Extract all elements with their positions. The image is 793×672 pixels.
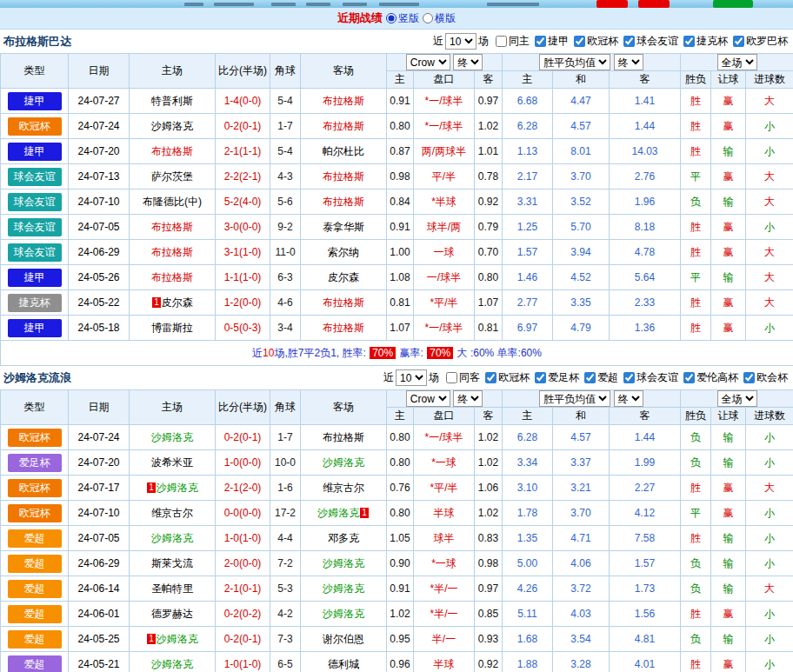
team-name[interactable]: 波希米亚: [151, 456, 193, 469]
score[interactable]: 0-2(0-1): [216, 114, 270, 139]
team-name[interactable]: 布拉格斯: [151, 221, 193, 233]
team-name[interactable]: 沙姆洛克: [157, 482, 198, 494]
score[interactable]: 0-2(0-1): [216, 627, 270, 652]
league-badge[interactable]: 欧冠杯: [8, 479, 62, 497]
team-name[interactable]: 维京古尔: [151, 507, 193, 519]
league-filter-6[interactable]: 欧会杯: [743, 370, 788, 385]
league-badge[interactable]: 球会友谊: [8, 193, 62, 211]
team-name[interactable]: 谢尔伯恩: [323, 633, 364, 645]
league-badge[interactable]: 爱超: [8, 529, 62, 548]
league-filter-4[interactable]: 球会友谊: [623, 370, 678, 385]
team-name[interactable]: 圣帕特里: [151, 582, 193, 595]
score[interactable]: 1-0(1-0): [216, 652, 270, 672]
score[interactable]: 1-0(0-0): [216, 450, 270, 476]
team-name[interactable]: 沙姆洛克: [151, 431, 193, 443]
league-filter-1[interactable]: 捷甲: [535, 34, 569, 49]
league-filter-4[interactable]: 捷克杯: [683, 34, 728, 49]
team-name[interactable]: 邓多克: [328, 532, 359, 544]
team-name[interactable]: 布拉格斯: [323, 120, 364, 132]
league-badge[interactable]: 捷甲: [8, 319, 62, 337]
league-badge[interactable]: 爱足杯: [8, 454, 62, 472]
league-badge[interactable]: 欧冠杯: [8, 429, 62, 447]
league-checkbox[interactable]: [623, 36, 635, 47]
league-badge[interactable]: 爱超: [8, 555, 62, 573]
league-checkbox[interactable]: [743, 372, 755, 383]
fulltime-select[interactable]: 全场: [717, 390, 757, 407]
near-count-select[interactable]: 10: [445, 33, 476, 50]
fulltime-select[interactable]: 全场: [717, 54, 757, 70]
league-filter-2[interactable]: 爱足杯: [535, 370, 579, 385]
team-name[interactable]: 布拉格斯: [323, 170, 364, 183]
score[interactable]: 5-2(4-0): [216, 190, 270, 215]
team-name[interactable]: 沙姆洛克: [151, 532, 193, 544]
league-badge[interactable]: 球会友谊: [8, 243, 62, 262]
team-name[interactable]: 德利城: [328, 658, 359, 670]
score[interactable]: 0-2(0-1): [216, 425, 270, 450]
team-name[interactable]: 沙姆洛克: [323, 608, 364, 620]
score[interactable]: 2-1(0-1): [216, 576, 270, 602]
score[interactable]: 1-1(1-0): [216, 265, 270, 290]
toolbar-red-button[interactable]: [638, 0, 670, 8]
team-name[interactable]: 布拉格斯: [151, 246, 193, 258]
score[interactable]: 3-1(1-0): [216, 240, 270, 265]
horizontal-radio[interactable]: [423, 13, 433, 23]
league-badge[interactable]: 爱超: [8, 655, 62, 672]
same-venue-checkbox[interactable]: [446, 372, 457, 383]
league-checkbox[interactable]: [535, 372, 546, 383]
league-checkbox[interactable]: [623, 372, 635, 383]
team-name[interactable]: 帕尔杜比: [323, 145, 364, 157]
team-name[interactable]: 布拉格斯: [323, 196, 364, 208]
team-name[interactable]: 沙姆洛克: [323, 557, 364, 569]
team-name[interactable]: 博雷斯拉: [151, 322, 193, 334]
team-name[interactable]: 索尔纳: [328, 246, 359, 258]
layout-radio-vertical[interactable]: 竖版: [386, 11, 419, 26]
layout-radio-horizontal[interactable]: 横版: [423, 11, 456, 26]
league-checkbox[interactable]: [535, 36, 546, 47]
team-name[interactable]: 维京古尔: [323, 482, 364, 494]
team-name[interactable]: 沙姆洛克: [151, 120, 193, 132]
team-name[interactable]: 特普利斯: [151, 95, 193, 107]
league-badge[interactable]: 球会友谊: [8, 168, 62, 186]
league-filter-2[interactable]: 欧冠杯: [574, 34, 618, 49]
score[interactable]: 2-1(1-1): [216, 139, 270, 164]
league-badge[interactable]: 欧冠杯: [8, 117, 62, 136]
league-filter-3[interactable]: 球会友谊: [623, 34, 678, 49]
team-name[interactable]: 沙姆洛克: [323, 456, 364, 469]
team-name[interactable]: 布隆德比(中): [143, 196, 202, 208]
vertical-radio[interactable]: [386, 13, 396, 23]
team-name[interactable]: 萨尔茨堡: [151, 170, 193, 183]
euro-final-select[interactable]: 终: [614, 390, 643, 407]
league-filter-5[interactable]: 爱伦高杯: [683, 370, 738, 385]
same-venue-filter[interactable]: 同客: [446, 370, 480, 385]
toolbar-red-button[interactable]: [596, 0, 628, 8]
league-checkbox[interactable]: [584, 372, 596, 383]
odds-final-select[interactable]: 终: [453, 390, 483, 407]
score[interactable]: 1-2(0-0): [216, 290, 270, 316]
score[interactable]: 2-0(0-0): [216, 551, 270, 576]
league-badge[interactable]: 爱超: [8, 605, 62, 623]
league-badge[interactable]: 爱超: [8, 580, 62, 598]
team-name[interactable]: 布拉格斯: [323, 322, 364, 334]
league-badge[interactable]: 捷甲: [8, 269, 62, 287]
team-name[interactable]: 皮尔森: [162, 296, 193, 309]
league-badge[interactable]: 捷克杯: [8, 294, 62, 312]
league-badge[interactable]: 捷甲: [8, 143, 62, 161]
team-name[interactable]: 德罗赫达: [151, 608, 193, 620]
near-count-select[interactable]: 10: [396, 369, 427, 386]
team-name[interactable]: 布拉格斯: [151, 271, 193, 283]
score[interactable]: 2-2(2-1): [216, 164, 270, 190]
team-name[interactable]: 斯莱戈流: [151, 557, 193, 569]
score[interactable]: 0-0(0-0): [216, 501, 270, 526]
league-checkbox[interactable]: [683, 372, 695, 383]
team-name[interactable]: 布拉格斯: [323, 431, 364, 443]
team-name[interactable]: 沙姆洛克: [157, 633, 198, 645]
odds-final-select[interactable]: 终: [453, 54, 483, 70]
same-venue-filter[interactable]: 同主: [496, 34, 530, 49]
euro-odds-select[interactable]: 胜平负均值: [539, 54, 610, 70]
team-name[interactable]: 沙姆洛克: [151, 658, 193, 670]
league-filter-3[interactable]: 爱超: [584, 370, 618, 385]
toolbar-green-button[interactable]: [713, 0, 753, 8]
odds-company-select[interactable]: Crow: [406, 390, 450, 407]
team-name[interactable]: 布拉格斯: [151, 145, 193, 157]
league-checkbox[interactable]: [733, 36, 744, 47]
